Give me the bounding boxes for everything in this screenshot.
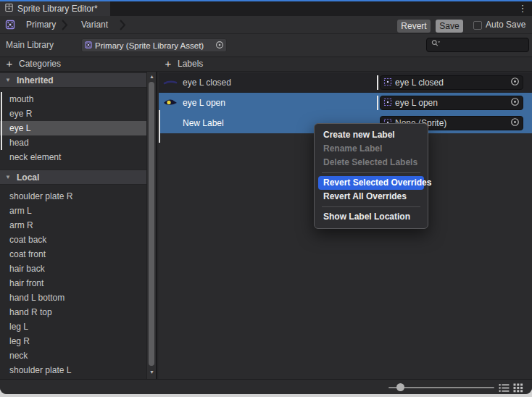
- group-header-inherited[interactable]: ▼ Inherited: [0, 72, 156, 88]
- menu-divider: [322, 206, 420, 207]
- categories-header-title: Categories: [19, 57, 61, 71]
- label-row-eye-l-closed[interactable]: eye L closed eye L closed: [159, 72, 532, 93]
- add-label-icon[interactable]: +: [162, 57, 174, 71]
- breadcrumb-separator-icon: [61, 19, 68, 34]
- kebab-menu-icon[interactable]: ⋮: [516, 1, 529, 16]
- auto-save-label: Auto Save: [486, 16, 525, 34]
- labels-header: + Labels: [159, 57, 532, 71]
- sprite-library-asset-icon: [4, 19, 16, 33]
- category-item-hair-back[interactable]: hair back: [0, 262, 147, 276]
- breadcrumb-separator-icon: [119, 19, 126, 34]
- category-item-arm-r[interactable]: arm R: [0, 218, 147, 233]
- category-item-arm-l[interactable]: arm L: [0, 204, 147, 218]
- tab-title: Sprite Library Editor*: [17, 4, 98, 14]
- object-picker-icon[interactable]: [215, 39, 224, 52]
- category-item-shoulder-plate-r[interactable]: shoulder plate R: [0, 189, 147, 204]
- category-item-coat-front[interactable]: coat front: [0, 247, 147, 262]
- save-button[interactable]: Save: [436, 20, 463, 33]
- category-item-eye-l[interactable]: eye L: [0, 121, 147, 135]
- category-item-leg-l[interactable]: leg L: [0, 319, 147, 334]
- label-row-eye-l-open[interactable]: eye L open eye L open: [159, 93, 532, 113]
- category-item-hand-l-bottom[interactable]: hand L bottom: [0, 291, 147, 305]
- menu-item-create-new-label[interactable]: Create new Label: [315, 128, 428, 142]
- chevron-down-icon[interactable]: ▼: [5, 73, 11, 88]
- scrollbar-thumb[interactable]: [149, 82, 154, 366]
- categories-scrollbar[interactable]: ▲ ▼: [146, 72, 156, 379]
- menu-item-revert-all-overrides[interactable]: Revert All Overrides: [315, 190, 428, 204]
- menu-divider: [322, 172, 420, 173]
- main-library-label: Main Library: [6, 34, 54, 57]
- grid-view-icon[interactable]: [513, 383, 523, 394]
- menu-item-revert-selected-overrides[interactable]: Revert Selected Overrides: [318, 176, 424, 190]
- categories-panel: ▼ Inherited mouth eye R eye L head neck …: [0, 72, 157, 379]
- main-library-value: Primary (Sprite Library Asset): [95, 41, 213, 50]
- override-marker: [377, 75, 378, 90]
- category-item-head[interactable]: head: [0, 135, 147, 150]
- sprite-icon: [383, 96, 392, 109]
- sprite-library-asset-icon: [84, 39, 93, 52]
- panel-headers: + Categories + Labels: [0, 57, 532, 72]
- eye-open-sprite-thumbnail: [162, 97, 178, 109]
- category-item-neck[interactable]: neck: [0, 348, 147, 363]
- label-name: New Label: [183, 113, 224, 133]
- tab-strip: Sprite Library Editor* ⋮: [0, 1, 532, 16]
- object-picker-icon[interactable]: [510, 117, 520, 130]
- tab-sprite-library-editor[interactable]: Sprite Library Editor*: [0, 1, 110, 16]
- toolbar: Primary Variant Revert Save Auto Save: [0, 16, 532, 34]
- sprite-library-editor-window: Sprite Library Editor* ⋮ Primary Variant…: [0, 0, 532, 394]
- category-item-coat-back[interactable]: coat back: [0, 233, 147, 247]
- category-item-leg-r[interactable]: leg R: [0, 334, 147, 348]
- chevron-down-icon[interactable]: ▼: [5, 170, 11, 185]
- label-name: eye L closed: [183, 72, 231, 93]
- eye-closed-sprite-thumbnail: [162, 77, 178, 88]
- categories-header: + Categories: [0, 57, 157, 71]
- group-header-local[interactable]: ▼ Local: [0, 170, 156, 185]
- override-marker: [159, 110, 160, 143]
- menu-item-delete-selected-labels: Delete Selected Labels: [315, 156, 428, 170]
- sprite-object-field[interactable]: eye L closed: [380, 75, 523, 90]
- override-marker: [1, 92, 2, 150]
- category-item-eye-r[interactable]: eye R: [0, 106, 147, 121]
- search-icon: [431, 38, 441, 51]
- category-item-mouth[interactable]: mouth: [0, 92, 147, 106]
- category-item-hand-r-top[interactable]: hand R top: [0, 305, 147, 319]
- breadcrumb-primary[interactable]: Primary: [26, 16, 56, 34]
- revert-button[interactable]: Revert: [397, 20, 431, 33]
- object-picker-icon[interactable]: [510, 76, 520, 89]
- label-name: eye L open: [183, 93, 225, 113]
- search-field[interactable]: [426, 38, 529, 52]
- category-item-shoulder-plate-l[interactable]: shoulder plate L: [0, 363, 147, 377]
- category-item-neck-element[interactable]: neck element: [0, 150, 147, 164]
- menu-item-show-label-location[interactable]: Show Label Location: [315, 210, 428, 224]
- breadcrumb-variant[interactable]: Variant: [81, 16, 108, 34]
- context-menu: Create new Label Rename Label Delete Sel…: [314, 123, 428, 229]
- object-picker-icon[interactable]: [510, 96, 520, 109]
- list-view-icon[interactable]: [499, 383, 510, 394]
- labels-header-title: Labels: [178, 57, 203, 71]
- scroll-down-icon[interactable]: ▼: [147, 368, 157, 377]
- thumbnail-size-slider-handle[interactable]: [396, 383, 404, 391]
- auto-save-checkbox[interactable]: [473, 21, 482, 30]
- main-library-object-field[interactable]: Primary (Sprite Library Asset): [81, 38, 227, 52]
- bottom-bar: [0, 379, 532, 394]
- sprite-library-editor-icon: [4, 2, 14, 15]
- main-library-row: Main Library Primary (Sprite Library Ass…: [0, 34, 532, 57]
- override-marker: [377, 96, 378, 110]
- sprite-icon: [383, 76, 392, 89]
- sprite-object-field[interactable]: eye L open: [380, 96, 523, 110]
- scroll-up-icon[interactable]: ▲: [147, 72, 157, 81]
- search-input[interactable]: [441, 41, 532, 49]
- add-category-icon[interactable]: +: [4, 57, 15, 71]
- category-item-hair-front[interactable]: hair front: [0, 276, 147, 291]
- menu-item-rename-label: Rename Label: [315, 142, 428, 156]
